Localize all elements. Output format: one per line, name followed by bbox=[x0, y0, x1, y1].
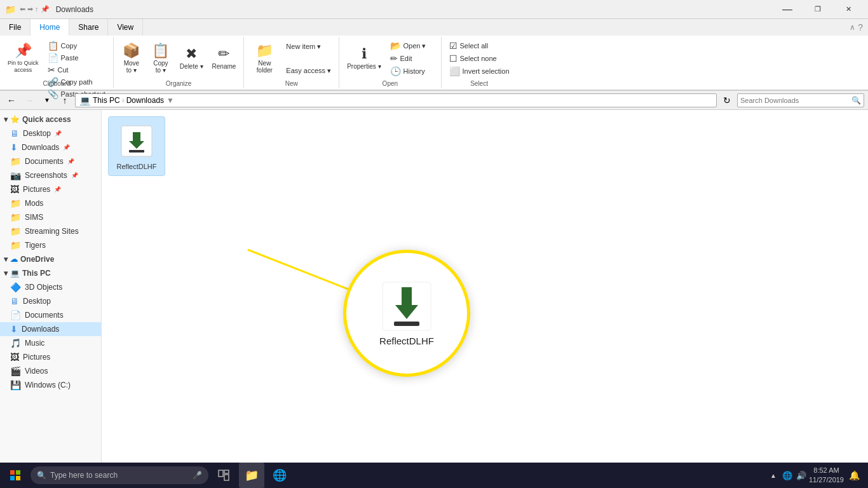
new-folder-button[interactable]: 📁 Newfolder bbox=[248, 40, 281, 77]
sidebar-item-sims[interactable]: 📁 SIMS bbox=[0, 210, 101, 224]
sidebar-item-streaming-sites[interactable]: 📁 Streaming Sites bbox=[0, 224, 101, 238]
sidebar-item-screenshots-qa[interactable]: 📷 Screenshots 📌 bbox=[0, 168, 101, 182]
sidebar-section-this-pc[interactable]: ▾ 💻 This PC bbox=[0, 266, 101, 280]
close-button[interactable]: ✕ bbox=[834, 0, 863, 19]
tigers-icon: 📁 bbox=[10, 240, 21, 250]
copy-to-button[interactable]: 📋 Copyto ▾ bbox=[147, 40, 175, 77]
breadcrumb-downloads[interactable]: Downloads bbox=[126, 96, 164, 105]
address-dropdown-icon[interactable]: ▼ bbox=[166, 96, 174, 105]
sidebar-item-documents-qa[interactable]: 📁 Documents 📌 bbox=[0, 154, 101, 168]
address-bar[interactable]: 💻 This PC › Downloads ▼ bbox=[75, 93, 717, 107]
maximize-button[interactable]: ❐ bbox=[803, 0, 832, 19]
notifications-button[interactable]: 🔔 bbox=[846, 463, 862, 488]
mods-label: Mods bbox=[25, 199, 43, 208]
open-button[interactable]: 📂 Open ▾ bbox=[386, 40, 437, 52]
rename-button[interactable]: ✏ Rename bbox=[208, 40, 240, 77]
taskbar-search-placeholder: Type here to search bbox=[50, 471, 118, 480]
sidebar-item-documents-pc[interactable]: 📄 Documents bbox=[0, 308, 101, 322]
forward-button[interactable]: → bbox=[22, 93, 37, 108]
copy-to-icon: 📋 bbox=[152, 44, 169, 58]
music-icon: 🎵 bbox=[10, 338, 21, 348]
tab-share[interactable]: Share bbox=[69, 19, 108, 36]
svg-rect-3 bbox=[129, 150, 144, 152]
file-icon-container bbox=[118, 122, 156, 160]
downloads-pc-icon: ⬇ bbox=[10, 324, 18, 334]
tab-view[interactable]: View bbox=[108, 19, 143, 36]
select-none-icon: ☐ bbox=[449, 54, 458, 63]
videos-icon: 🎬 bbox=[10, 366, 21, 376]
pin-to-quick-access-button[interactable]: 📌 Pin to Quickaccess bbox=[4, 40, 43, 77]
breadcrumb-thispc[interactable]: This PC bbox=[93, 96, 120, 105]
pin-icon: 📌 bbox=[55, 130, 62, 137]
svg-rect-9 bbox=[16, 470, 20, 475]
copy-button[interactable]: 📋 Copy bbox=[44, 40, 109, 51]
easy-access-button[interactable]: Easy access ▾ bbox=[282, 64, 335, 77]
minimize-button[interactable]: — bbox=[773, 0, 802, 19]
back-button[interactable]: ← bbox=[4, 93, 19, 108]
select-none-button[interactable]: ☐ Select none bbox=[445, 53, 513, 65]
svg-rect-13 bbox=[224, 470, 229, 473]
sidebar-section-onedrive[interactable]: ▾ ☁ OneDrive bbox=[0, 252, 101, 266]
taskbar-search-bar[interactable]: 🔍 Type here to search 🎤 bbox=[31, 466, 208, 484]
quick-access-icon: ⭐ bbox=[10, 115, 20, 124]
pin-icon5: 📌 bbox=[54, 186, 61, 193]
windows-c-label: Windows (C:) bbox=[25, 381, 71, 390]
svg-rect-11 bbox=[16, 476, 20, 480]
chrome-taskbar-button[interactable]: 🌐 bbox=[267, 463, 292, 488]
sidebar-item-tigers[interactable]: 📁 Tigers bbox=[0, 238, 101, 252]
tab-file[interactable]: File bbox=[0, 19, 31, 36]
volume-icon[interactable]: 🔊 bbox=[796, 471, 806, 480]
file-area[interactable]: ReflectDLHF ReflectDLHF bbox=[102, 110, 868, 468]
new-item-button[interactable]: New item ▾ bbox=[282, 40, 335, 53]
sidebar-item-downloads-pc[interactable]: ⬇ Downloads bbox=[0, 322, 101, 336]
sidebar-section-quick-access[interactable]: ▾ ⭐ Quick access bbox=[0, 112, 101, 126]
nav-bar: ← → ▼ ↑ 💻 This PC › Downloads ▼ ↻ 🔍 bbox=[0, 91, 868, 110]
cut-button[interactable]: ✂ Cut bbox=[44, 64, 109, 76]
file-explorer-taskbar-button[interactable]: 📁 bbox=[239, 463, 264, 488]
magnifier-filename: ReflectDLHF bbox=[379, 336, 434, 346]
sidebar-item-pictures-pc[interactable]: 🖼 Pictures bbox=[0, 350, 101, 364]
move-to-button[interactable]: 📦 Moveto ▾ bbox=[118, 40, 146, 77]
sidebar: ▾ ⭐ Quick access 🖥 Desktop 📌 ⬇ Downloads… bbox=[0, 110, 102, 468]
svg-rect-10 bbox=[10, 476, 15, 480]
chevron-up-icon[interactable]: ∧ bbox=[850, 23, 855, 32]
show-hidden-icons-button[interactable]: ▲ bbox=[767, 469, 780, 482]
recent-locations-button[interactable]: ▼ bbox=[39, 93, 55, 108]
sidebar-item-3d-objects[interactable]: 🔷 3D Objects bbox=[0, 280, 101, 294]
title-bar-left: 📁 ⬅ ➡ ↑ 📌 Downloads bbox=[5, 4, 93, 15]
sims-icon: 📁 bbox=[10, 212, 21, 222]
sidebar-item-desktop-qa[interactable]: 🖥 Desktop 📌 bbox=[0, 126, 101, 140]
start-button[interactable] bbox=[3, 463, 28, 488]
delete-button[interactable]: ✖ Delete ▾ bbox=[176, 40, 207, 77]
open-buttons: ℹ Properties ▾ 📂 Open ▾ ✏ Edit 🕒 History bbox=[343, 38, 437, 79]
help-icon[interactable]: ? bbox=[858, 22, 863, 32]
history-button[interactable]: 🕒 History bbox=[386, 65, 437, 77]
sidebar-item-music[interactable]: 🎵 Music bbox=[0, 336, 101, 350]
tab-home[interactable]: Home bbox=[31, 19, 69, 36]
network-icon[interactable]: 🌐 bbox=[782, 471, 792, 480]
desktop-qa-label: Desktop bbox=[23, 129, 51, 138]
paste-button[interactable]: 📄 Paste bbox=[44, 52, 109, 64]
sidebar-item-windows-c[interactable]: 💾 Windows (C:) bbox=[0, 378, 101, 392]
windows-logo-icon bbox=[10, 470, 21, 481]
sidebar-item-pictures-qa[interactable]: 🖼 Pictures 📌 bbox=[0, 182, 101, 196]
select-all-button[interactable]: ☑ Select all bbox=[445, 40, 513, 52]
search-input[interactable] bbox=[740, 97, 851, 104]
up-button[interactable]: ↑ bbox=[57, 93, 72, 108]
refresh-button[interactable]: ↻ bbox=[719, 93, 735, 108]
task-view-button[interactable] bbox=[211, 463, 236, 488]
properties-button[interactable]: ℹ Properties ▾ bbox=[343, 40, 384, 77]
downloads-pc-label: Downloads bbox=[22, 325, 59, 334]
search-box[interactable]: 🔍 bbox=[737, 93, 864, 107]
sidebar-item-desktop-pc[interactable]: 🖥 Desktop bbox=[0, 294, 101, 308]
sidebar-item-downloads-qa[interactable]: ⬇ Downloads 📌 bbox=[0, 140, 101, 154]
file-item-reflectdlhf[interactable]: ReflectDLHF bbox=[108, 116, 165, 176]
pin-icon3: 📌 bbox=[67, 158, 74, 165]
rename-icon: ✏ bbox=[218, 47, 229, 61]
clock-display[interactable]: 8:52 AM 11/27/2019 bbox=[809, 466, 844, 485]
invert-selection-button[interactable]: ⬜ Invert selection bbox=[445, 65, 513, 77]
sidebar-item-videos[interactable]: 🎬 Videos bbox=[0, 364, 101, 378]
sidebar-item-mods[interactable]: 📁 Mods bbox=[0, 196, 101, 210]
edit-button[interactable]: ✏ Edit bbox=[386, 53, 437, 65]
documents-pc-icon: 📄 bbox=[10, 310, 21, 320]
